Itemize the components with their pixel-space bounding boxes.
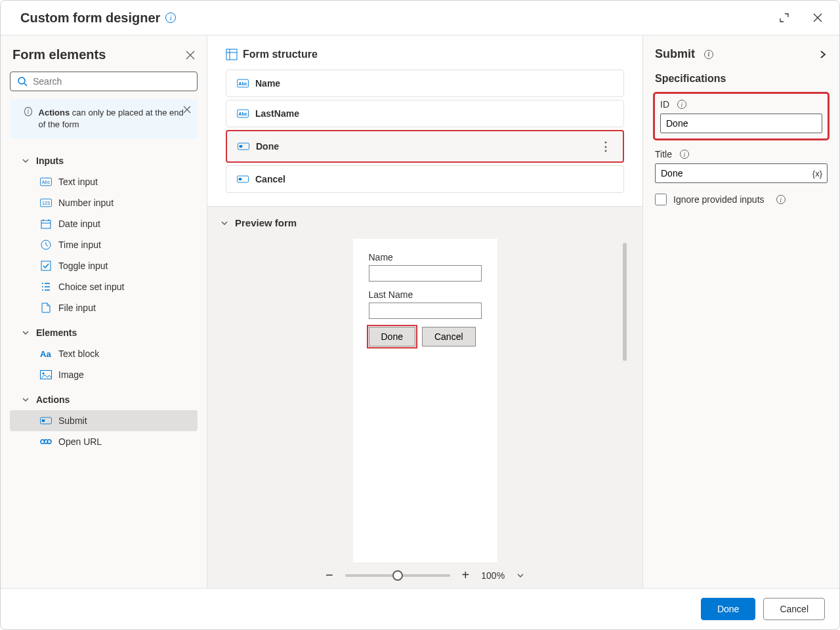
preview-header[interactable]: Preview form: [220, 217, 629, 228]
preview-name-label: Name: [369, 252, 482, 262]
svg-rect-12: [42, 420, 45, 423]
tree-item-label: Toggle input: [58, 261, 108, 271]
preview-cancel-button[interactable]: Cancel: [422, 327, 476, 346]
preview-lastname-input[interactable]: [369, 303, 482, 319]
tree-group-actions[interactable]: Actions: [10, 389, 198, 410]
submit-icon: [238, 141, 249, 152]
chevron-down-icon: [22, 396, 31, 404]
specifications-title: Specifications: [655, 73, 828, 85]
struct-row-label: Done: [256, 141, 279, 152]
svg-text:Abc: Abc: [238, 111, 247, 117]
svg-rect-21: [240, 145, 243, 148]
ignore-info-icon[interactable]: i: [776, 195, 786, 204]
ignore-inputs-checkbox[interactable]: [655, 194, 667, 205]
struct-row-name[interactable]: AbcName: [226, 70, 624, 97]
zoom-in-button[interactable]: +: [462, 568, 470, 583]
properties-collapse-icon[interactable]: [818, 50, 828, 59]
notice-close-icon[interactable]: [183, 106, 191, 114]
preview-title: Preview form: [235, 217, 297, 228]
tree-item-text-input[interactable]: AbcText input: [10, 171, 198, 192]
tree-group-inputs[interactable]: Inputs: [10, 150, 198, 171]
tree-item-label: Number input: [58, 198, 114, 208]
Aa-icon: Aa: [40, 348, 52, 359]
more-icon[interactable]: ⋮: [600, 139, 612, 154]
tree-item-choice-set-input[interactable]: Choice set input: [10, 276, 198, 297]
title-input[interactable]: [655, 163, 828, 183]
tree-item-label: Text input: [58, 177, 98, 187]
tree-item-label: File input: [58, 303, 96, 313]
svg-rect-5: [41, 220, 51, 228]
cancel-button[interactable]: Cancel: [763, 598, 825, 620]
tree-item-label: Image: [58, 369, 84, 380]
title-info-icon[interactable]: i: [680, 150, 689, 159]
tree-item-image[interactable]: Image: [10, 364, 198, 385]
chevron-down-icon: [22, 157, 31, 165]
panel-close-icon[interactable]: [186, 51, 195, 60]
search-input[interactable]: [10, 72, 198, 91]
zoom-chevron-icon[interactable]: [516, 572, 524, 579]
tree-item-open-url[interactable]: Open URL: [10, 431, 198, 452]
preview-done-button[interactable]: Done: [369, 327, 415, 346]
preview-scrollbar[interactable]: [623, 243, 627, 361]
tree-item-file-input[interactable]: File input: [10, 297, 198, 318]
designer-window: Custom form designer i Form elements: [0, 0, 840, 630]
submit-icon: [237, 174, 249, 184]
preview-lastname-label: Last Name: [369, 289, 482, 300]
tree-item-text-block[interactable]: AaText block: [10, 343, 198, 364]
struct-row-done[interactable]: Done⋮: [226, 130, 624, 163]
form-elements-panel: Form elements i Actions can only be plac…: [1, 35, 207, 588]
svg-text:Abc: Abc: [238, 81, 247, 87]
struct-row-label: Name: [255, 78, 280, 89]
preview-area: Preview form Name Last Name Done Cancel: [207, 206, 642, 588]
tree-item-toggle-input[interactable]: Toggle input: [10, 255, 198, 276]
abc-icon: Abc: [237, 108, 249, 119]
structure-icon: [226, 49, 238, 60]
list-icon: [40, 282, 52, 292]
structure-list: AbcNameAbcLastNameDone⋮Cancel: [226, 70, 624, 193]
link-icon: [40, 436, 52, 447]
ignore-inputs-label: Ignore provided inputs: [673, 194, 765, 205]
tree-item-label: Time input: [58, 240, 101, 250]
tree-item-submit[interactable]: Submit: [10, 410, 198, 431]
title-label: Title: [655, 149, 672, 159]
preview-card: Name Last Name Done Cancel: [353, 239, 497, 562]
fx-badge[interactable]: {x}: [812, 169, 822, 178]
struct-row-cancel[interactable]: Cancel: [226, 165, 624, 193]
svg-rect-23: [239, 178, 242, 180]
id-field-block: ID i: [655, 94, 828, 138]
tree-item-date-input[interactable]: Date input: [10, 213, 198, 234]
title-field-block: Title i {x}: [655, 149, 828, 183]
clock-icon: [40, 240, 52, 250]
properties-info-icon[interactable]: i: [704, 50, 713, 59]
preview-name-input[interactable]: [369, 265, 482, 282]
zoom-out-button[interactable]: −: [326, 568, 333, 583]
search-field[interactable]: [33, 76, 190, 87]
tree-item-time-input[interactable]: Time input: [10, 234, 198, 255]
done-button[interactable]: Done: [701, 598, 755, 620]
zoom-bar: − + 100%: [220, 562, 629, 583]
id-info-icon[interactable]: i: [677, 100, 686, 109]
tree-item-label: Date input: [58, 219, 100, 229]
tree-group-elements[interactable]: Elements: [10, 322, 198, 343]
titlebar: Custom form designer i: [1, 1, 839, 35]
expand-icon[interactable]: [776, 10, 792, 26]
svg-rect-7: [41, 261, 51, 270]
image-icon: [40, 369, 52, 380]
id-input[interactable]: [660, 114, 822, 133]
zoom-thumb[interactable]: [392, 570, 403, 581]
notice-bold: Actions: [39, 108, 70, 117]
actions-notice: i Actions can only be placed at the end …: [10, 99, 198, 138]
svg-point-10: [43, 373, 45, 375]
elements-tree: InputsAbcText input123Number inputDate i…: [10, 150, 198, 456]
id-label: ID: [660, 99, 669, 110]
tree-item-number-input[interactable]: 123Number input: [10, 192, 198, 213]
ignore-inputs-row[interactable]: Ignore provided inputs i: [655, 194, 828, 205]
struct-row-lastname[interactable]: AbcLastName: [226, 100, 624, 127]
zoom-slider[interactable]: [345, 574, 450, 577]
abc-icon: Abc: [40, 177, 52, 187]
close-icon[interactable]: [810, 10, 825, 26]
form-structure-title: Form structure: [243, 49, 318, 60]
svg-point-0: [18, 77, 25, 84]
title-info-icon[interactable]: i: [165, 12, 176, 23]
zoom-value: 100%: [481, 570, 505, 581]
